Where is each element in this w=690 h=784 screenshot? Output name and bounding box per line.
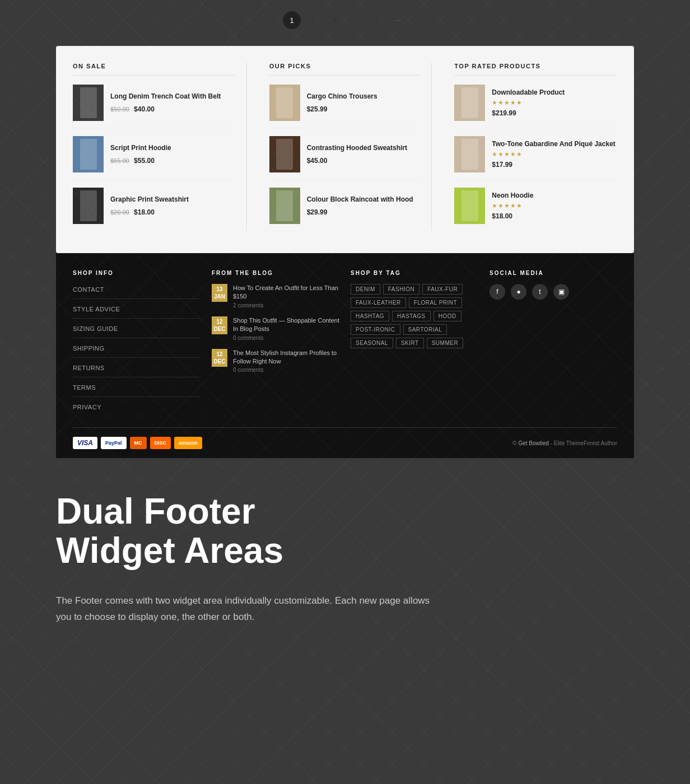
product-item[interactable]: Contrasting Hooded Sweatshirt $45.00	[269, 136, 421, 180]
style-advice-link[interactable]: STYLE ADVICE	[73, 306, 120, 312]
blog-post-item[interactable]: 12DEC Shop This Outfit — Shoppable Conte…	[212, 316, 339, 341]
discord-icon[interactable]: ●	[511, 284, 526, 300]
discover-icon: DISC	[150, 437, 171, 449]
terms-link[interactable]: TERMS	[73, 384, 96, 391]
product-info: Script Print Hoodie $65.00 $55.00	[110, 143, 235, 165]
list-item[interactable]: PRIVACY	[73, 402, 201, 416]
product-thumbnail	[454, 136, 485, 172]
instagram-icon[interactable]: ▣	[553, 284, 569, 300]
product-thumbnail	[269, 85, 300, 121]
product-info: Colour Block Raincoat with Hood $29.99	[307, 195, 421, 217]
contact-link[interactable]: CONTACT	[73, 286, 104, 293]
product-item[interactable]: Script Print Hoodie $65.00 $55.00	[73, 136, 235, 180]
product-item[interactable]: Graphic Print Sweatshirt $20.00 $18.00	[73, 188, 235, 231]
list-item[interactable]: SIZING GUIDE	[73, 323, 201, 338]
product-name: Neon Hoodie	[492, 191, 617, 200]
product-item[interactable]: Two-Tone Gabardine And Piqué Jacket ★★★★…	[454, 136, 617, 180]
page-5-button[interactable]: 5	[368, 11, 386, 29]
blog-posts-list: 13JAN How To Create An Outfit for Less T…	[212, 284, 339, 373]
tag-item[interactable]: SKIRT	[396, 338, 424, 348]
heading-main: Dual FooterWidget Areas	[56, 492, 634, 571]
blog-post-title: Shop This Outfit — Shoppable Content In …	[233, 316, 339, 334]
tags-list: DENIM FASHION FAUX-FUR FAUX-LEATHER FLOR…	[351, 284, 478, 348]
tag-item[interactable]: FASHION	[383, 284, 419, 295]
product-item[interactable]: Colour Block Raincoat with Hood $29.99	[269, 188, 421, 231]
tag-item[interactable]: FLORAL PRINT	[409, 297, 462, 308]
tag-item[interactable]: FAUX-LEATHER	[351, 297, 406, 308]
twitter-icon[interactable]: t	[532, 284, 548, 300]
returns-link[interactable]: RETURNS	[73, 365, 105, 371]
blog-post-title: The Most Stylish Instagram Profiles to F…	[233, 349, 339, 366]
list-item[interactable]: RETURNS	[73, 362, 201, 377]
page-next-button[interactable]: →	[389, 11, 407, 29]
tag-item[interactable]: HASHTAG	[351, 311, 389, 321]
price-old: $50.00	[110, 106, 129, 113]
page-1-button[interactable]: 1	[283, 11, 301, 29]
tag-item[interactable]: FAUX-FUR	[422, 284, 463, 295]
shipping-link[interactable]: SHIPPING	[73, 345, 105, 352]
product-thumbnail	[269, 188, 300, 224]
footer-tags: SHOP BY TAG DENIM FASHION FAUX-FUR FAUX-…	[351, 270, 478, 416]
product-info: Downloadable Product ★★★★★ $219.99	[492, 88, 617, 118]
list-item[interactable]: STYLE ADVICE	[73, 304, 201, 319]
our-picks-section: OUR PICKS Cargo Chino Trousers $25.99	[258, 63, 432, 231]
sizing-guide-link[interactable]: SIZING GUIDE	[73, 325, 118, 332]
on-sale-title: ON SALE	[73, 63, 235, 76]
footer-social: SOCIAL MEDIA f ● t ▣	[489, 270, 617, 416]
price-new: $55.00	[134, 157, 155, 165]
amazon-icon: amazon	[174, 437, 202, 449]
product-stars: ★★★★★	[492, 202, 617, 209]
blog-post-comments: 0 comments	[233, 335, 339, 341]
privacy-link[interactable]: PRIVACY	[73, 404, 101, 410]
blog-post-item[interactable]: 12DEC The Most Stylish Instagram Profile…	[212, 349, 339, 374]
blog-post-item[interactable]: 13JAN How To Create An Outfit for Less T…	[212, 284, 339, 309]
product-name: Contrasting Hooded Sweatshirt	[307, 143, 421, 153]
our-picks-list: Cargo Chino Trousers $25.99 Contrasting …	[269, 85, 421, 231]
copyright-text: © Get Bowtied - Elite ThemeForest Author	[512, 440, 617, 446]
social-icons-list: f ● t ▣	[489, 284, 617, 300]
list-item[interactable]: CONTACT	[73, 284, 201, 299]
blog-post-title: How To Create An Outfit for Less Than $1…	[233, 284, 339, 301]
product-name: Downloadable Product	[492, 88, 617, 97]
product-thumbnail	[454, 85, 485, 121]
page-2-button[interactable]: 2	[304, 11, 322, 29]
tag-item[interactable]: SARTORIAL	[403, 324, 447, 335]
product-price: $219.99	[492, 109, 516, 117]
tag-item[interactable]: SEASONAL	[351, 338, 393, 348]
list-item[interactable]: TERMS	[73, 382, 201, 397]
copyright-link[interactable]: Get Bowtied	[518, 440, 548, 446]
tag-item[interactable]: DENIM	[351, 284, 380, 295]
footer-shop-info-title: SHOP INFO	[73, 270, 201, 276]
product-item[interactable]: Long Denim Trench Coat With Belt $50.00 …	[73, 85, 235, 128]
product-price: $25.99	[307, 105, 328, 113]
product-item[interactable]: Downloadable Product ★★★★★ $219.99	[454, 85, 617, 128]
product-info: Contrasting Hooded Sweatshirt $45.00	[307, 143, 421, 165]
page-3-button[interactable]: 3	[325, 11, 343, 29]
product-price: $45.00	[307, 157, 328, 165]
on-sale-section: ON SALE Long Denim Trench Coat With Belt…	[73, 63, 247, 231]
tag-item[interactable]: HASTAGS	[392, 311, 431, 321]
footer-social-title: SOCIAL MEDIA	[489, 270, 617, 276]
product-price: $65.00 $55.00	[110, 155, 235, 165]
product-thumbnail	[73, 85, 104, 121]
product-name: Graphic Print Sweatshirt	[110, 195, 235, 204]
product-info: Cargo Chino Trousers $25.99	[307, 92, 421, 114]
footer-blog-title: FROM THE BLOG	[212, 270, 339, 276]
top-rated-list: Downloadable Product ★★★★★ $219.99 Two-T…	[454, 85, 617, 231]
product-info: Graphic Print Sweatshirt $20.00 $18.00	[110, 195, 235, 217]
product-price: $17.99	[492, 161, 512, 169]
product-price: $29.99	[307, 208, 328, 216]
blog-post-comments: 2 comments	[233, 302, 339, 309]
product-item[interactable]: Cargo Chino Trousers $25.99	[269, 85, 421, 128]
tag-item[interactable]: HOOD	[433, 311, 461, 321]
product-item[interactable]: Neon Hoodie ★★★★★ $18.00	[454, 188, 617, 231]
facebook-icon[interactable]: f	[489, 284, 505, 300]
product-price: $20.00 $18.00	[110, 207, 235, 217]
tag-item[interactable]: POST-IRONIC	[351, 324, 400, 335]
price-old: $20.00	[110, 209, 129, 216]
product-thumbnail	[454, 188, 485, 224]
top-rated-section: TOP RATED PRODUCTS Downloadable Product …	[443, 63, 617, 231]
page-dots: ...	[347, 11, 365, 29]
list-item[interactable]: SHIPPING	[73, 343, 201, 358]
tag-item[interactable]: SUMMER	[427, 338, 463, 348]
